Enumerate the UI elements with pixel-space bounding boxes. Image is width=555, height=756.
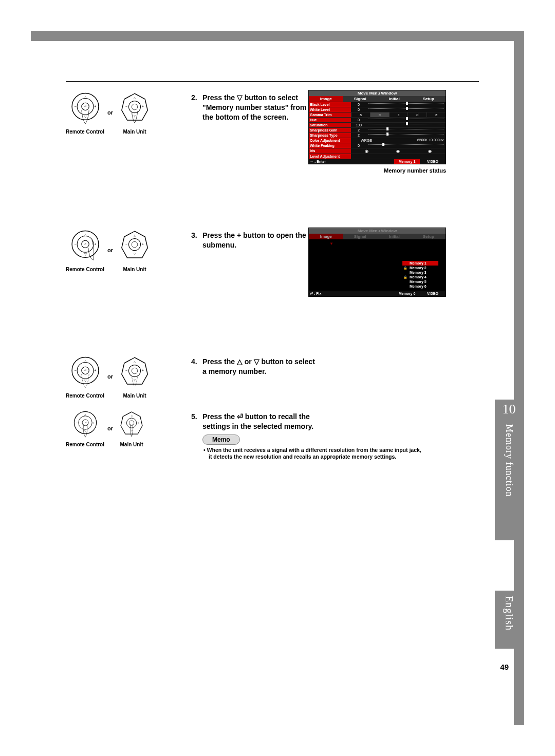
remote-control-icon: △ ▽ − + ⏎ xyxy=(67,354,104,391)
or-label: or xyxy=(107,109,113,116)
chapter-tab: 10 Memory function xyxy=(495,400,523,540)
svg-text:+: + xyxy=(94,104,96,109)
svg-text:⏎: ⏎ xyxy=(84,421,86,424)
main-unit-label: Main Unit xyxy=(123,129,146,135)
osd-screenshot-1: Move Menu Window Image Signal Initial Se… xyxy=(308,90,446,164)
svg-text:▽: ▽ xyxy=(84,253,86,256)
osd-tabs: Image Signal Initial Setup xyxy=(309,96,446,102)
svg-text:−: − xyxy=(74,104,76,109)
svg-text:+: + xyxy=(142,369,144,372)
horizontal-rule xyxy=(66,81,479,82)
svg-text:▽: ▽ xyxy=(84,115,86,118)
svg-text:−: − xyxy=(125,105,127,108)
svg-text:△: △ xyxy=(131,414,133,417)
memo-text: it detects the new resolution and recall… xyxy=(191,453,446,461)
svg-text:−: − xyxy=(74,368,76,373)
main-unit-icon: △ ▽ − + xyxy=(116,228,153,264)
svg-text:+: + xyxy=(138,421,139,424)
svg-text:−: − xyxy=(74,242,76,247)
svg-text:△: △ xyxy=(84,96,86,99)
svg-text:▽: ▽ xyxy=(134,379,136,382)
language-tab: English xyxy=(495,591,523,649)
svg-text:△: △ xyxy=(134,360,136,363)
svg-text:▽: ▽ xyxy=(84,430,86,432)
svg-text:+: + xyxy=(94,242,96,247)
svg-text:△: △ xyxy=(134,96,136,99)
svg-point-23 xyxy=(132,241,138,248)
svg-text:△: △ xyxy=(84,360,86,363)
osd-caption: Memory number status xyxy=(308,167,446,174)
osd-title: Move Menu Window xyxy=(309,90,446,96)
page-border-top xyxy=(31,31,524,41)
svg-text:−: − xyxy=(125,242,127,246)
svg-text:▽: ▽ xyxy=(134,115,136,118)
svg-text:△: △ xyxy=(84,233,86,236)
remote-label: Remote Control xyxy=(66,129,104,135)
svg-point-37 xyxy=(132,368,138,374)
step-num: 2. xyxy=(191,93,202,103)
svg-point-50 xyxy=(126,418,136,428)
svg-text:⏎: ⏎ xyxy=(84,242,86,245)
svg-point-36 xyxy=(128,365,140,377)
page-number: 49 xyxy=(500,663,509,671)
svg-text:▽: ▽ xyxy=(134,252,136,255)
svg-text:+: + xyxy=(94,368,96,373)
main-unit-icon: △ ▽ − + xyxy=(116,409,147,440)
main-unit-icon: △ ▽ − + xyxy=(116,354,153,391)
svg-text:+: + xyxy=(142,105,144,108)
memo-text: • When the unit receives a signal with a… xyxy=(191,447,446,454)
svg-text:▽: ▽ xyxy=(131,429,133,432)
svg-point-9 xyxy=(132,104,138,110)
main-content: △ ▽ − + ⏎ Remote Control or △ ▽ − xyxy=(66,90,446,474)
svg-text:+: + xyxy=(92,421,95,424)
remote-control-icon: △ ▽ − + ⏎ xyxy=(70,409,101,440)
svg-point-8 xyxy=(128,101,140,113)
remote-control-icon: △ ▽ − + ⏎ xyxy=(67,90,104,127)
svg-text:−: − xyxy=(124,421,125,424)
memo-label: Memo xyxy=(202,434,240,445)
svg-text:△: △ xyxy=(84,413,86,416)
main-unit-icon: △ ▽ − + xyxy=(116,90,153,127)
svg-text:−: − xyxy=(125,369,127,372)
svg-text:+: + xyxy=(142,242,144,246)
svg-text:▽: ▽ xyxy=(84,379,86,382)
svg-point-51 xyxy=(129,421,134,426)
svg-text:−: − xyxy=(76,421,78,424)
svg-text:⏎: ⏎ xyxy=(84,369,86,372)
svg-text:△: △ xyxy=(134,234,136,237)
svg-text:⏎: ⏎ xyxy=(84,105,86,108)
svg-point-22 xyxy=(128,239,140,251)
remote-control-icon: △ ▽ − + ⏎ xyxy=(67,228,104,264)
osd-screenshot-2: Move Menu Window Image Signal Initial Se… xyxy=(308,228,446,297)
